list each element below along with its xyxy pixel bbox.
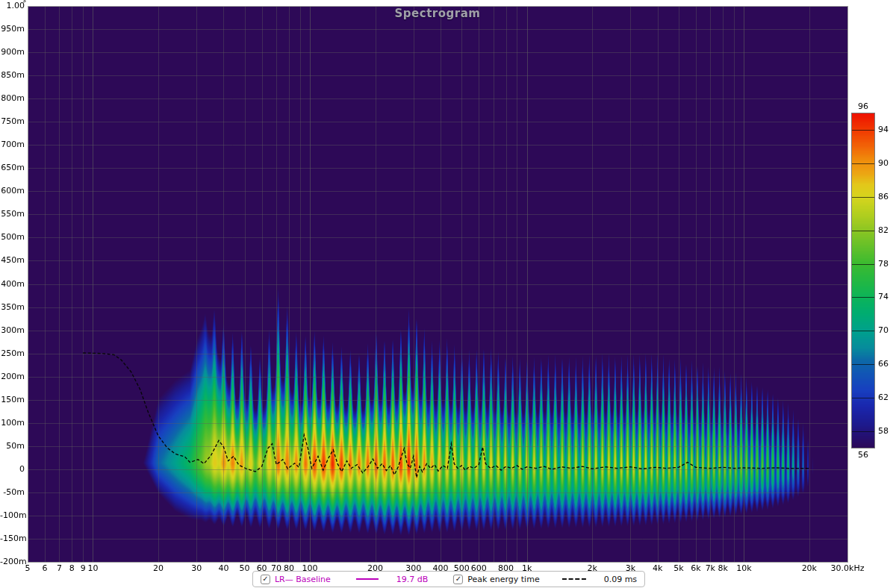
colorbar-tick-label: 78 xyxy=(878,260,889,269)
colorbar-max-label: 96 xyxy=(854,102,872,111)
baseline-label[interactable]: LR— Baseline xyxy=(275,575,331,584)
y-tick-label: 400m xyxy=(0,280,25,289)
x-tick-label: 100 xyxy=(286,563,334,573)
y-tick-label: -100m xyxy=(0,511,25,520)
y-tick-label: 450m xyxy=(0,256,25,265)
y-axis-unit: s xyxy=(23,0,26,5)
y-tick-label: 150m xyxy=(0,395,25,404)
y-tick-label: 700m xyxy=(0,140,25,149)
check-icon: ✓ xyxy=(455,575,461,583)
y-tick-label: 50m xyxy=(0,442,25,451)
y-tick-label: 850m xyxy=(0,71,25,80)
legend-bar: ✓ LR— Baseline 19.7 dB ✓ Peak energy tim… xyxy=(252,571,645,587)
y-tick-label: 750m xyxy=(0,117,25,126)
x-tick-label: 10k xyxy=(720,563,768,573)
peak-energy-label[interactable]: Peak energy time xyxy=(467,575,539,584)
colorbar-tick-label: 62 xyxy=(878,393,889,402)
spectrogram-canvas[interactable] xyxy=(0,0,896,588)
y-tick-label: 550m xyxy=(0,210,25,219)
y-tick-label: 800m xyxy=(0,94,25,103)
y-tick-label: 500m xyxy=(0,233,25,242)
colorbar-tick-label: 90 xyxy=(878,159,889,168)
y-tick-label: 200m xyxy=(0,372,25,381)
x-tick-label: 30.0kHz xyxy=(824,563,871,573)
colorbar-min-label: 56 xyxy=(854,451,872,460)
x-tick-label: 1k xyxy=(503,563,551,573)
colorbar-tick-label: 58 xyxy=(878,427,889,436)
baseline-value: 19.7 dB xyxy=(396,575,429,584)
y-tick-label: 300m xyxy=(0,326,25,335)
y-tick-label: 1.00s xyxy=(0,1,25,10)
colorbar-tick-label: 94 xyxy=(878,125,889,134)
y-tick-label: 0 xyxy=(0,465,25,474)
y-tick-label: 600m xyxy=(0,187,25,196)
y-tick-label: 900m xyxy=(0,48,25,57)
baseline-line-sample xyxy=(356,578,379,580)
peak-energy-value: 0.09 ms xyxy=(604,575,637,584)
y-tick-label: 250m xyxy=(0,349,25,358)
y-tick-label: -50m xyxy=(0,488,25,497)
x-tick-label: 10 xyxy=(69,563,116,573)
colorbar-tick-label: 66 xyxy=(878,360,889,369)
colorbar-tick-label: 82 xyxy=(878,226,889,235)
baseline-checkbox[interactable]: ✓ xyxy=(261,575,270,584)
y-tick-label: 100m xyxy=(0,419,25,428)
colorbar-tick-label: 70 xyxy=(878,326,889,335)
peak-energy-checkbox[interactable]: ✓ xyxy=(453,575,463,584)
y-tick-label: -150m xyxy=(0,534,25,543)
peak-line-sample xyxy=(562,578,586,580)
y-tick-label: 950m xyxy=(0,25,25,34)
colorbar-tick-label: 86 xyxy=(878,193,889,201)
y-tick-label: 350m xyxy=(0,303,25,312)
y-tick-label: 650m xyxy=(0,163,25,172)
check-icon: ✓ xyxy=(262,575,268,583)
spectrogram-window: Spectrogram ✓ LR— Baseline 19.7 dB ✓ Pea… xyxy=(0,0,896,588)
colorbar-tick-label: 74 xyxy=(878,293,889,301)
